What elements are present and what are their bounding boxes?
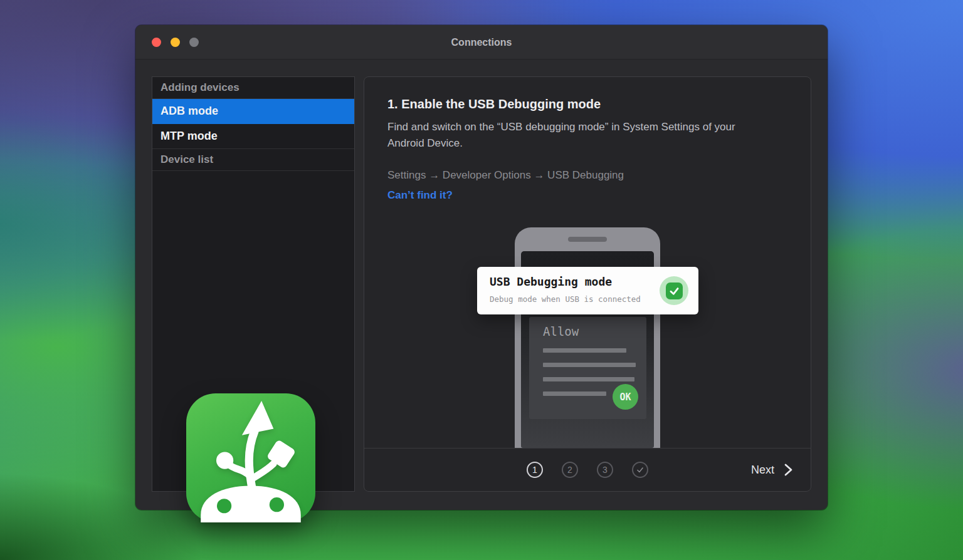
check-circle-icon <box>636 465 645 474</box>
usb-debug-checkbox <box>660 276 688 305</box>
phone-speaker <box>568 237 607 242</box>
skeleton-line <box>543 363 636 367</box>
skeleton-line <box>543 348 626 353</box>
main-panel: 1. Enable the USB Debugging mode Find an… <box>364 76 811 492</box>
chevron-right-icon <box>782 463 794 477</box>
settings-path: Settings → Developer Options → USB Debug… <box>387 169 811 182</box>
allow-dialog: Allow OK <box>529 317 646 419</box>
macdroid-app-icon[interactable] <box>186 393 315 522</box>
usb-debug-card: USB Debugging mode Debug mode when USB i… <box>477 267 698 314</box>
usb-debug-card-title: USB Debugging mode <box>490 275 612 288</box>
usb-debug-card-subtitle: Debug mode when USB is connected <box>490 294 641 304</box>
step-content: 1. Enable the USB Debugging mode Find an… <box>364 77 811 448</box>
desktop-wallpaper: Connections Adding devices ADB mode MTP … <box>0 0 963 560</box>
wizard-footer: 1 2 3 Next <box>364 448 811 491</box>
next-label: Next <box>751 464 774 477</box>
sidebar-item-adb-mode[interactable]: ADB mode <box>152 99 354 124</box>
sidebar-header-device-list: Device list <box>152 149 354 171</box>
check-icon <box>666 283 683 299</box>
step-title: 1. Enable the USB Debugging mode <box>387 97 811 111</box>
step-indicators: 1 2 3 <box>527 462 648 478</box>
allow-label: Allow <box>543 324 579 338</box>
ok-button: OK <box>613 384 638 410</box>
window-title: Connections <box>135 25 828 60</box>
step-description: Find and switch on the “USB debugging mo… <box>387 119 764 152</box>
step-indicator-1[interactable]: 1 <box>527 462 543 478</box>
step-indicator-3[interactable]: 3 <box>597 462 613 478</box>
titlebar[interactable]: Connections <box>135 25 828 60</box>
cant-find-it-link[interactable]: Can’t find it? <box>387 189 453 202</box>
step-indicator-2[interactable]: 2 <box>562 462 578 478</box>
sidebar-header-adding-devices: Adding devices <box>152 77 354 99</box>
skeleton-line <box>543 391 606 396</box>
step-indicator-done[interactable] <box>632 462 648 478</box>
sidebar-item-mtp-mode[interactable]: MTP mode <box>152 124 354 149</box>
phone-illustration: Allow OK <box>515 227 660 448</box>
skeleton-line <box>543 377 634 381</box>
next-button[interactable]: Next <box>751 463 794 477</box>
